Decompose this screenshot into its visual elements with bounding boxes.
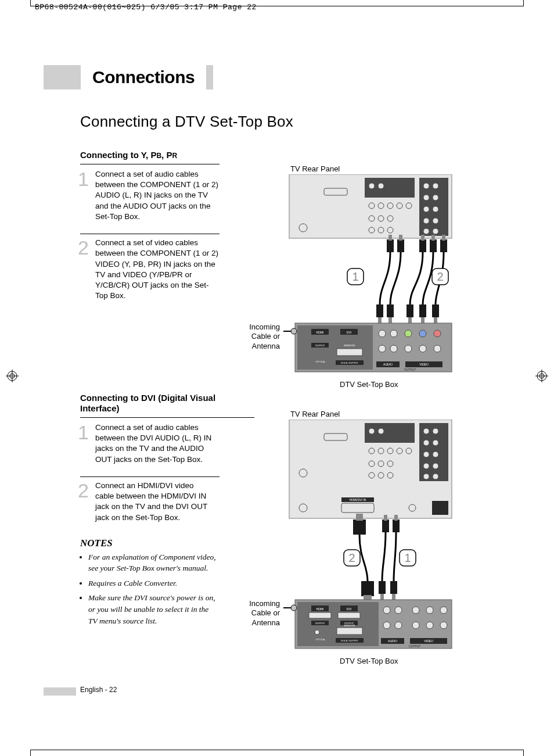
section-chip-leading — [44, 65, 81, 89]
page: BP68-00524A-00(016~025) 6/3/05 3:17 PM P… — [0, 0, 554, 756]
svg-text:OUTPUT: OUTPUT — [315, 344, 325, 347]
svg-text:OPTICAL: OPTICAL — [315, 360, 326, 363]
svg-rect-142 — [309, 612, 331, 618]
label-tv-rear-1: TV Rear Panel — [290, 165, 340, 173]
svg-point-29 — [423, 206, 429, 212]
svg-point-159 — [395, 622, 402, 629]
notes-heading: NOTES — [80, 538, 254, 548]
subhead-text: Connecting to Y, P — [80, 150, 156, 160]
print-header: BP68-00524A-00(016~025) 6/3/05 3:17 PM P… — [35, 3, 257, 11]
page-footer: English - 22 — [80, 686, 117, 693]
svg-text:OUTPUT: OUTPUT — [409, 644, 421, 648]
subhead-text-2: , P — [161, 150, 172, 160]
callout-one: 1 — [352, 270, 358, 283]
svg-point-28 — [433, 195, 438, 200]
svg-point-12 — [369, 183, 375, 189]
svg-point-110 — [433, 452, 438, 457]
svg-point-23 — [378, 227, 384, 233]
svg-rect-124 — [382, 519, 389, 532]
svg-text:R.G.B. OUTPUT: R.G.B. OUTPUT — [341, 639, 358, 642]
svg-point-25 — [423, 183, 429, 189]
svg-point-92 — [369, 428, 375, 434]
svg-point-165 — [440, 622, 447, 629]
svg-point-113 — [423, 474, 429, 479]
svg-rect-135 — [380, 594, 384, 600]
svg-point-66 — [434, 330, 441, 337]
svg-rect-36 — [387, 239, 394, 252]
svg-rect-122 — [353, 519, 366, 535]
label-stb-2: DTV Set-Top Box — [340, 657, 398, 665]
svg-text:2: 2 — [348, 551, 355, 564]
subhead-sub-r: R — [172, 152, 177, 160]
svg-point-69 — [434, 345, 441, 352]
svg-rect-45 — [442, 235, 445, 241]
svg-rect-136 — [390, 581, 397, 594]
svg-rect-56 — [432, 304, 439, 317]
svg-point-172 — [291, 605, 297, 611]
step-2: 2 Connect an HDMI/DVI video cable betwee… — [80, 481, 214, 523]
subhead-component: Connecting to Y, PB, PR — [80, 150, 220, 164]
note-item: For an explanation of Component video, s… — [88, 551, 216, 574]
svg-point-26 — [433, 183, 438, 189]
svg-point-116 — [299, 504, 307, 512]
svg-text:HDMI/DVI IN: HDMI/DVI IN — [350, 498, 366, 501]
block-component: Connecting to Y, PB, PR 1 Connect a set … — [80, 150, 220, 301]
subhead-dvi: Connecting to DVI (Digital Visual Interf… — [80, 393, 254, 418]
svg-rect-52 — [406, 304, 413, 317]
svg-text:R.G.B. OUTPUT: R.G.B. OUTPUT — [341, 361, 358, 364]
svg-point-97 — [397, 448, 402, 454]
subhead-sub-b: B — [156, 152, 161, 160]
svg-point-15 — [378, 203, 384, 209]
svg-rect-125 — [384, 515, 387, 521]
svg-text:OUTPUT: OUTPUT — [404, 368, 416, 371]
svg-rect-121 — [432, 501, 448, 515]
svg-point-61 — [390, 330, 397, 337]
divider — [80, 476, 220, 477]
svg-point-111 — [423, 463, 429, 469]
svg-point-98 — [406, 448, 412, 454]
svg-point-34 — [433, 228, 438, 234]
svg-point-31 — [423, 218, 429, 224]
section-chip-trailing — [206, 65, 213, 89]
svg-point-160 — [412, 607, 419, 614]
step-number-icon: 1 — [78, 422, 95, 442]
svg-point-13 — [378, 183, 384, 189]
label-tv-rear-2: TV Rear Panel — [290, 410, 340, 418]
svg-point-60 — [379, 330, 386, 337]
svg-point-164 — [426, 622, 433, 629]
svg-point-107 — [423, 440, 429, 446]
svg-rect-50 — [387, 304, 394, 317]
svg-point-22 — [369, 227, 375, 233]
svg-rect-37 — [388, 235, 392, 241]
svg-point-106 — [433, 428, 438, 434]
svg-point-163 — [412, 622, 419, 629]
svg-rect-137 — [392, 594, 395, 600]
svg-point-108 — [433, 440, 438, 446]
label-incoming-1: Incoming Cable or Antenna — [242, 323, 280, 351]
svg-text:AUDIO: AUDIO — [388, 639, 397, 643]
step-1: 1 Connect a set of audio cables between … — [80, 422, 214, 465]
svg-rect-44 — [440, 239, 447, 252]
svg-rect-54 — [419, 304, 426, 317]
svg-point-120 — [409, 504, 416, 511]
svg-rect-41 — [421, 235, 425, 241]
svg-rect-48 — [376, 304, 383, 317]
svg-point-32 — [433, 218, 438, 224]
svg-rect-57 — [434, 317, 437, 323]
svg-point-63 — [390, 345, 397, 352]
svg-point-35 — [299, 224, 307, 232]
svg-text:DVI: DVI — [347, 331, 351, 334]
step-text: Connect a set of video cables between th… — [95, 238, 220, 301]
svg-point-109 — [423, 452, 429, 457]
svg-point-67 — [405, 345, 412, 352]
svg-point-19 — [369, 216, 375, 221]
svg-point-17 — [397, 203, 402, 209]
step-number-icon: 1 — [78, 169, 95, 189]
divider — [80, 234, 220, 234]
svg-rect-43 — [431, 235, 435, 241]
svg-text:AUDIO: AUDIO — [383, 363, 393, 366]
svg-rect-51 — [388, 317, 392, 323]
svg-point-103 — [378, 472, 384, 478]
svg-text:MONITOR: MONITOR — [344, 344, 355, 347]
svg-rect-134 — [379, 581, 386, 594]
